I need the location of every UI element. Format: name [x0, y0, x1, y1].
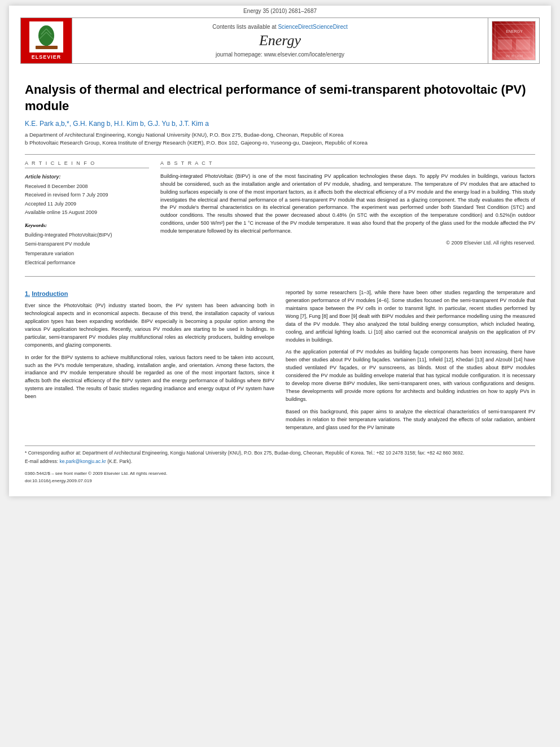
keyword-2: Semi-transparent PV module [25, 239, 149, 248]
journal-title: Energy [259, 32, 301, 49]
fn-email: E-mail address: ke.park@kongju.ac.kr (K.… [25, 458, 535, 466]
elsevier-logo-box [29, 21, 63, 53]
keyword-3: Temperature variation [25, 249, 149, 258]
fn-email-label: E-mail address: [25, 458, 58, 464]
journal-center-info: Contents lists available at ScienceDirec… [72, 18, 488, 63]
keyword-4: Electrical performance [25, 258, 149, 267]
elsevier-brand: ELSEVIER [21, 18, 72, 63]
intro-right-col: reported by some researchers [1–3], whil… [286, 289, 535, 436]
intro-heading: 1. Introduction [25, 289, 274, 299]
svg-rect-3 [36, 46, 58, 49]
journal-homepage: journal homepage: www.elsevier.com/locat… [216, 51, 344, 58]
page: Energy 35 (2010) 2681–2687 [9, 6, 551, 496]
intro-para1: Ever since the PhotoVoltaic (PV) industr… [25, 302, 274, 350]
history-label: Article history: [25, 173, 149, 181]
journal-cover-image-container: ENERGY Vol. 35 | 2010 [488, 18, 539, 63]
svg-rect-9 [495, 24, 533, 58]
affiliation-b: b Photovoltaic Research Group, Korea Ins… [25, 139, 535, 147]
abstract-label: A B S T R A C T [160, 160, 535, 168]
elsevier-logo: ELSEVIER [29, 21, 63, 60]
intro-para4: As the application potential of PV modul… [286, 348, 535, 404]
cover-svg: ENERGY Vol. 35 | 2010 [492, 21, 536, 60]
keywords-label: Keywords: [25, 222, 149, 228]
article-title: Analysis of thermal and electrical perfo… [25, 82, 535, 114]
keywords-list: Building-Integrated PhotoVoltaic(BIPV) S… [25, 230, 149, 267]
article-info-label: A R T I C L E I N F O [25, 160, 149, 168]
issn-doi: 0360-5442/$ – see front matter © 2009 El… [25, 470, 535, 485]
authors-text: K.E. Park a,b,*, G.H. Kang b, H.I. Kim b… [25, 120, 209, 128]
introduction-section: 1. Introduction Ever since the PhotoVolt… [25, 289, 535, 436]
article-info-column: A R T I C L E I N F O Article history: R… [25, 160, 149, 267]
keyword-1: Building-Integrated PhotoVoltaic(BIPV) [25, 230, 149, 239]
accepted-date: Accepted 11 July 2009 [25, 200, 149, 208]
intro-para5: Based on this background, this paper aim… [286, 408, 535, 432]
intro-number: 1. [25, 290, 30, 297]
sd-text: ScienceDirect [313, 24, 348, 30]
citation-bar: Energy 35 (2010) 2681–2687 [9, 6, 551, 15]
available-date: Available online 15 August 2009 [25, 208, 149, 217]
fn-corresponding: * Corresponding author at: Department of… [25, 449, 535, 457]
svg-text:ENERGY: ENERGY [506, 29, 523, 33]
received-date: Received 8 December 2008 [25, 182, 149, 191]
intro-para2: In order for the BIPV systems to achieve… [25, 354, 274, 401]
fn-email-name: (K.E. Park). [107, 458, 132, 464]
abstract-text: Building-integrated PhotoVoltaic (BIPV) … [160, 173, 535, 236]
svg-rect-8 [492, 21, 536, 60]
issn-text: 0360-5442/$ – see front matter © 2009 El… [25, 470, 535, 478]
affiliation-a: a Department of Architectural Engineerin… [25, 131, 535, 139]
svg-text:Vol. 35 | 2010: Vol. 35 | 2010 [506, 54, 523, 58]
svg-point-2 [38, 25, 54, 46]
journal-header: ELSEVIER Contents lists available at Sci… [20, 18, 540, 64]
svg-rect-13 [516, 40, 530, 50]
sciencedirect-link[interactable]: ScienceDirect [278, 24, 313, 30]
article-info-abstract: A R T I C L E I N F O Article history: R… [25, 160, 535, 267]
footnotes: * Corresponding author at: Department of… [25, 445, 535, 485]
affiliations: a Department of Architectural Engineerin… [25, 131, 535, 147]
copyright-line: © 2009 Elsevier Ltd. All rights reserved… [160, 240, 535, 246]
revised-date: Received in revised form 7 July 2009 [25, 191, 149, 199]
article-info-table: Article history: Received 8 December 200… [25, 173, 149, 217]
intro-left-col: 1. Introduction Ever since the PhotoVolt… [25, 289, 274, 436]
elsevier-label: ELSEVIER [32, 54, 62, 60]
main-content: Analysis of thermal and electrical perfo… [9, 66, 551, 496]
elsevier-svg [31, 23, 62, 51]
intro-title: Introduction [32, 290, 68, 297]
abstract-column: A B S T R A C T Building-integrated Phot… [160, 160, 535, 267]
sciencedirect-line: Contents lists available at ScienceDirec… [212, 24, 348, 30]
doi-text: doi:10.1016/j.energy.2009.07.019 [25, 478, 535, 485]
fn-email-address[interactable]: ke.park@kongju.ac.kr [59, 458, 106, 464]
journal-cover-image: ENERGY Vol. 35 | 2010 [492, 21, 536, 60]
divider-top [25, 154, 535, 155]
authors-line: K.E. Park a,b,*, G.H. Kang b, H.I. Kim b… [25, 120, 535, 128]
contents-text: Contents lists available at [212, 24, 276, 30]
intro-two-col: 1. Introduction Ever since the PhotoVolt… [25, 289, 535, 436]
intro-para3: reported by some researchers [1–3], whil… [286, 289, 535, 344]
divider-bottom [25, 276, 535, 277]
citation-text: Energy 35 (2010) 2681–2687 [243, 8, 317, 14]
svg-rect-12 [498, 40, 512, 50]
